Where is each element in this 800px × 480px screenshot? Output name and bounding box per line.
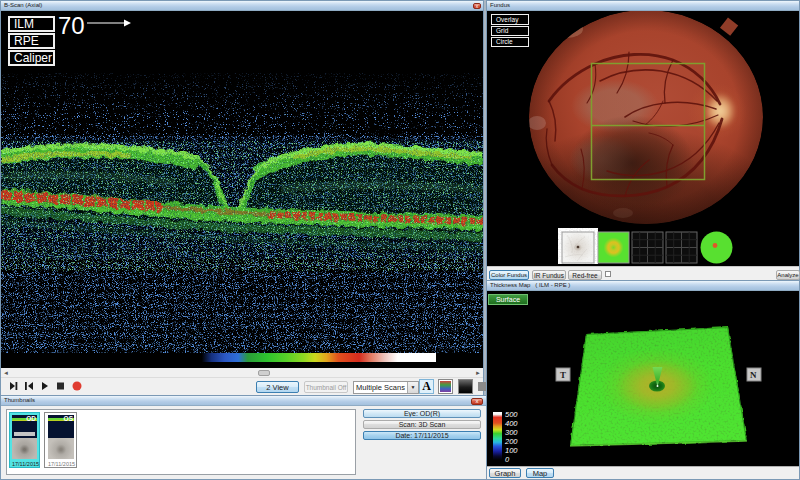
- svg-text:500: 500: [505, 410, 518, 419]
- svg-text:T: T: [560, 370, 566, 380]
- svg-text:200: 200: [504, 437, 518, 446]
- svg-text:100: 100: [505, 446, 518, 455]
- svg-text:0: 0: [505, 455, 510, 464]
- svg-text:N: N: [750, 370, 757, 380]
- svg-text:300: 300: [505, 428, 518, 437]
- svg-text:400: 400: [505, 419, 518, 428]
